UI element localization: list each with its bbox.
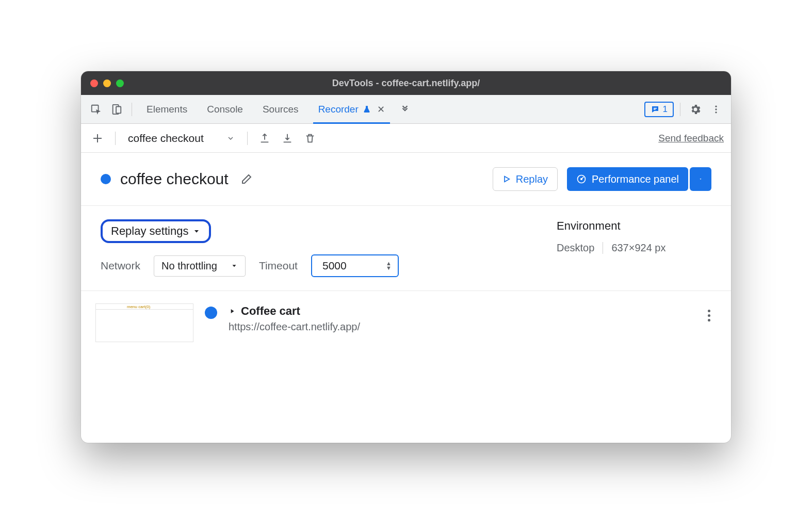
tab-label: Sources (263, 104, 299, 115)
traffic-lights (90, 79, 124, 87)
devtools-tabbar: Elements Console Sources Recorder ✕ 1 (81, 95, 731, 124)
step-header[interactable]: Coffee cart (229, 304, 690, 318)
svg-rect-3 (654, 108, 657, 109)
recording-title: coffee checkout (120, 170, 229, 188)
issues-icon (651, 105, 660, 114)
caret-down-icon (699, 175, 702, 183)
tab-label: Recorder (318, 104, 359, 115)
divider (680, 103, 680, 116)
delete-icon[interactable] (301, 130, 319, 147)
caret-down-icon (231, 262, 238, 269)
kebab-menu-icon[interactable] (707, 101, 725, 118)
recording-header: coffee checkout Replay Performance panel (81, 153, 731, 206)
timeline (205, 307, 217, 319)
replay-button-label: Replay (516, 173, 548, 185)
caret-down-icon (192, 227, 201, 235)
flask-icon (363, 105, 371, 114)
import-icon[interactable] (279, 130, 296, 147)
tab-console[interactable]: Console (199, 95, 251, 124)
close-window-icon[interactable] (90, 79, 98, 87)
timeout-label: Timeout (259, 260, 298, 272)
performance-panel-dropdown[interactable] (690, 167, 711, 191)
divider (247, 132, 248, 145)
close-tab-icon[interactable]: ✕ (377, 104, 385, 115)
recording-selector-label: coffee checkout (128, 132, 204, 144)
step-dot-icon (205, 307, 217, 319)
step-title: Coffee cart (241, 304, 300, 318)
new-recording-button[interactable] (88, 129, 107, 148)
network-label: Network (101, 260, 140, 272)
play-icon (502, 174, 511, 184)
edit-title-icon[interactable] (238, 170, 255, 188)
recorder-toolbar: coffee checkout Send feedback (81, 124, 731, 153)
devtools-window: DevTools - coffee-cart.netlify.app/ Elem… (81, 71, 731, 443)
inspect-element-icon[interactable] (87, 101, 105, 118)
tab-recorder[interactable]: Recorder ✕ (310, 95, 393, 124)
svg-rect-4 (654, 109, 656, 110)
issues-badge[interactable]: 1 (644, 102, 674, 117)
svg-point-7 (715, 111, 717, 113)
throttling-value: No throttling (161, 260, 217, 272)
settings-section: Replay settings Network No throttling Ti… (81, 206, 731, 291)
step-url: https://coffee-cart.netlify.app/ (229, 321, 690, 333)
send-feedback-link[interactable]: Send feedback (658, 133, 724, 144)
number-stepper-icon[interactable]: ▲▼ (386, 261, 392, 270)
recording-selector[interactable]: coffee checkout (124, 132, 239, 144)
issues-count: 1 (663, 104, 668, 115)
performance-panel-label: Performance panel (592, 173, 679, 185)
replay-settings-toggle[interactable]: Replay settings (101, 219, 211, 243)
svg-point-9 (581, 179, 582, 180)
chevron-down-icon (226, 134, 235, 142)
divider (132, 103, 132, 116)
tab-label: Elements (147, 104, 187, 115)
tab-elements[interactable]: Elements (138, 95, 196, 124)
replay-button[interactable]: Replay (493, 167, 558, 191)
svg-point-5 (715, 105, 717, 107)
tab-sources[interactable]: Sources (254, 95, 307, 124)
svg-rect-2 (116, 106, 121, 113)
window-title: DevTools - coffee-cart.netlify.app/ (81, 78, 731, 89)
divider (115, 132, 116, 145)
step-thumbnail[interactable]: menu cart(0) (95, 303, 193, 342)
environment-block: Environment Desktop 637×924 px (557, 219, 711, 277)
more-tabs-icon[interactable] (396, 101, 414, 118)
export-icon[interactable] (256, 130, 273, 147)
caret-right-icon (229, 308, 236, 315)
svg-point-6 (715, 108, 717, 110)
status-dot-icon (101, 174, 111, 184)
replay-settings-label: Replay settings (111, 224, 188, 238)
titlebar: DevTools - coffee-cart.netlify.app/ (81, 71, 731, 95)
steps-list: menu cart(0) Coffee cart https://coffee-… (81, 291, 731, 355)
timeout-input[interactable]: 5000 ▲▼ (311, 254, 399, 277)
step-menu-icon[interactable] (701, 310, 717, 322)
timeout-value: 5000 (322, 260, 347, 272)
device-toggle-icon[interactable] (108, 101, 125, 118)
environment-device: Desktop (557, 242, 594, 254)
tab-label: Console (207, 104, 243, 115)
environment-dimensions: 637×924 px (603, 242, 665, 254)
gauge-icon (576, 174, 587, 184)
maximize-window-icon[interactable] (116, 79, 124, 87)
network-throttling-select[interactable]: No throttling (154, 255, 246, 277)
environment-title: Environment (557, 219, 711, 233)
performance-panel-button[interactable]: Performance panel (567, 167, 688, 191)
minimize-window-icon[interactable] (103, 79, 111, 87)
settings-icon[interactable] (687, 101, 704, 118)
